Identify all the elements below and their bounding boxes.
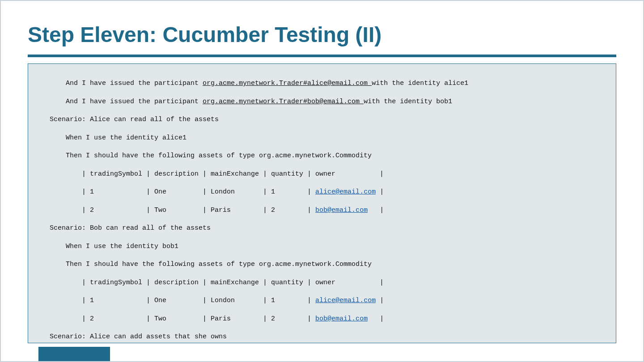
code-text: Then I should have the following assets … bbox=[28, 152, 616, 160]
code-text: Scenario: Alice can read all of the asse… bbox=[28, 115, 616, 124]
code-text: Scenario: Bob can read all of the assets bbox=[28, 224, 616, 233]
code-text: Scenario: Alice can add assets that she … bbox=[28, 333, 616, 341]
code-text: | 1 | One | London | 1 | bbox=[50, 297, 315, 304]
code-text: | 2 | Two | Paris | 2 | bbox=[50, 315, 315, 323]
accent-bar bbox=[38, 347, 110, 361]
slide-frame: Step Eleven: Cucumber Testing (II) And I… bbox=[0, 0, 644, 362]
code-block: And I have issued the participant org.ac… bbox=[28, 63, 616, 343]
code-text: | 1 | One | London | 1 | bbox=[50, 188, 315, 196]
code-text: with the identity bob1 bbox=[364, 98, 452, 105]
code-text: When I use the identity alice1 bbox=[28, 134, 616, 143]
code-text: | bbox=[376, 188, 384, 196]
email-link[interactable]: alice@email.com bbox=[315, 188, 376, 196]
code-text: And I have issued the participant bbox=[50, 98, 203, 105]
email-link[interactable]: bob@email.com bbox=[315, 206, 368, 214]
code-text: | tradingSymbol | description | mainExch… bbox=[28, 278, 616, 287]
title-rule bbox=[28, 55, 616, 57]
participant-ref: org.acme.mynetwork.Trader#alice@email.co… bbox=[203, 80, 372, 87]
code-text: Then I should have the following assets … bbox=[28, 260, 616, 269]
email-link[interactable]: alice@email.com bbox=[315, 297, 376, 304]
code-text: with the identity alice1 bbox=[372, 80, 468, 87]
code-text: | bbox=[368, 315, 384, 323]
participant-ref: org.acme.mynetwork.Trader#bob@email.com bbox=[203, 98, 364, 105]
code-text: | tradingSymbol | description | mainExch… bbox=[28, 170, 616, 179]
slide-title: Step Eleven: Cucumber Testing (II) bbox=[28, 22, 381, 47]
code-text: | bbox=[376, 297, 384, 304]
code-text: When I use the identity bob1 bbox=[28, 242, 616, 251]
email-link[interactable]: bob@email.com bbox=[315, 315, 368, 323]
code-text: And I have issued the participant bbox=[50, 80, 203, 87]
code-text: | bbox=[368, 206, 384, 214]
code-text: | 2 | Two | Paris | 2 | bbox=[50, 206, 315, 214]
